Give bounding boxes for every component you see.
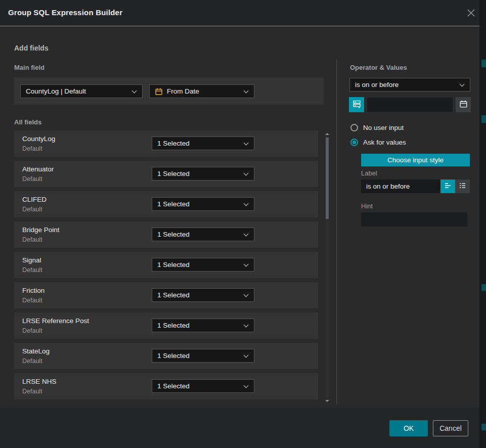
field-selected-dropdown[interactable]: 1 Selected <box>152 349 254 363</box>
date-picker-button[interactable] <box>456 97 471 112</box>
field-layer: Default <box>22 145 42 152</box>
radio-no-user-input[interactable]: No user input <box>350 124 404 131</box>
layer-select-value: CountyLog | Default <box>26 87 86 95</box>
field-layer: Default <box>22 236 42 243</box>
operator-dropdown[interactable]: is on or before <box>349 78 470 92</box>
layer-select-dropdown[interactable]: CountyLog | Default <box>20 84 143 98</box>
field-layer: Default <box>22 266 42 274</box>
cancel-button[interactable]: Cancel <box>433 420 468 436</box>
operator-values-heading: Operator & Values <box>350 64 407 71</box>
field-row: Friction Default 1 Selected <box>14 282 318 308</box>
field-name: Friction <box>22 287 45 294</box>
selected-count: 1 Selected <box>157 231 190 238</box>
field-name: CLIFED <box>22 196 47 203</box>
field-row: CLIFED Default 1 Selected <box>14 191 318 217</box>
field-layer: Default <box>22 297 42 304</box>
scrollbar-up-arrow-icon[interactable] <box>325 133 329 135</box>
add-fields-heading: Add fields <box>14 44 49 52</box>
field-layer: Default <box>22 206 42 213</box>
field-layer: Default <box>22 327 42 334</box>
ok-button[interactable]: OK <box>389 420 428 436</box>
field-row: Bridge Point Default 1 Selected <box>14 221 318 248</box>
field-selected-dropdown[interactable]: 1 Selected <box>152 258 254 272</box>
value-input-type-button[interactable] <box>349 97 364 112</box>
field-name: CountyLog <box>22 135 55 143</box>
selected-count: 1 Selected <box>157 200 190 208</box>
background-fragment <box>481 284 486 291</box>
close-icon <box>467 9 475 19</box>
panel-divider <box>336 60 337 405</box>
field-selected-dropdown[interactable]: 1 Selected <box>152 167 254 181</box>
chevron-down-icon <box>244 383 249 388</box>
chevron-down-icon <box>244 292 249 297</box>
dialog-footer: OK Cancel <box>0 408 479 448</box>
chevron-down-icon <box>132 88 137 94</box>
field-row: LRSE NHS Default 1 Selected <box>14 373 318 399</box>
scrollbar-thumb[interactable] <box>326 138 329 219</box>
field-name: Signal <box>22 256 41 264</box>
single-line-style-button[interactable] <box>440 180 455 193</box>
field-row: Attenuator Default 1 Selected <box>14 161 318 187</box>
selected-count: 1 Selected <box>157 140 190 147</box>
field-selected-dropdown[interactable]: 1 Selected <box>152 288 254 302</box>
field-layer: Default <box>22 175 42 183</box>
group-sql-expression-builder-dialog: Group SQL Expression Builder Add fields … <box>0 0 479 448</box>
label-input[interactable] <box>361 180 440 193</box>
selected-count: 1 Selected <box>157 322 190 329</box>
main-field-label: Main field <box>14 64 45 71</box>
operator-value: is on or before <box>355 81 399 88</box>
dialog-title: Group SQL Expression Builder <box>8 8 122 17</box>
chevron-down-icon <box>244 141 249 146</box>
align-left-icon <box>444 182 452 192</box>
dialog-header: Group SQL Expression Builder <box>0 0 479 26</box>
field-selected-dropdown[interactable]: 1 Selected <box>152 137 254 150</box>
radio-ask-for-values[interactable]: Ask for values <box>350 139 406 146</box>
field-row: CountyLog Default 1 Selected <box>14 130 318 157</box>
chevron-down-icon <box>244 353 249 358</box>
selected-count: 1 Selected <box>157 352 190 360</box>
main-field-panel: CountyLog | Default From Date <box>14 77 324 105</box>
selected-count: 1 Selected <box>157 382 190 390</box>
field-row: StateLog Default 1 Selected <box>14 343 318 369</box>
field-values-icon <box>352 100 361 110</box>
date-value-input[interactable] <box>367 98 453 112</box>
hint-input[interactable] <box>361 212 467 227</box>
field-selected-dropdown[interactable]: 1 Selected <box>152 197 254 211</box>
field-row: Signal Default 1 Selected <box>14 252 318 278</box>
field-selected-dropdown[interactable]: 1 Selected <box>152 228 254 241</box>
selected-count: 1 Selected <box>157 170 190 177</box>
field-row: LRSE Reference Post Default 1 Selected <box>14 312 318 339</box>
calendar-icon <box>459 100 468 110</box>
chevron-down-icon <box>460 82 465 87</box>
chevron-down-icon <box>244 232 249 237</box>
scrollbar-down-arrow-icon[interactable] <box>325 400 329 402</box>
field-name: StateLog <box>22 347 50 355</box>
field-selected-dropdown[interactable]: 1 Selected <box>152 319 254 332</box>
radio-ask-for-values-label: Ask for values <box>363 139 406 146</box>
chevron-down-icon <box>244 171 249 176</box>
chevron-down-icon <box>244 201 249 206</box>
background-fragment <box>481 424 486 430</box>
choose-input-style-button[interactable]: Choose input style <box>361 154 470 166</box>
main-field-select-value: From Date <box>167 87 199 95</box>
screen: Group SQL Expression Builder Add fields … <box>0 0 486 448</box>
field-name: Bridge Point <box>22 226 60 234</box>
calendar-icon <box>155 87 163 96</box>
chevron-down-icon <box>244 88 249 94</box>
chevron-down-icon <box>244 323 249 328</box>
field-name: Attenuator <box>22 165 54 173</box>
selected-count: 1 Selected <box>157 261 190 268</box>
list-icon <box>459 182 467 192</box>
radio-selected-icon <box>350 139 358 146</box>
field-name: LRSE NHS <box>22 378 57 385</box>
field-selected-dropdown[interactable]: 1 Selected <box>152 379 254 393</box>
field-name: LRSE Reference Post <box>22 317 89 325</box>
field-layer: Default <box>22 388 42 395</box>
hint-caption: Hint <box>361 202 373 210</box>
radio-icon <box>350 124 358 131</box>
chevron-down-icon <box>244 262 249 267</box>
close-button[interactable] <box>464 7 477 20</box>
selected-count: 1 Selected <box>157 291 190 299</box>
main-field-select-dropdown[interactable]: From Date <box>149 84 254 98</box>
list-style-button[interactable] <box>455 180 470 193</box>
